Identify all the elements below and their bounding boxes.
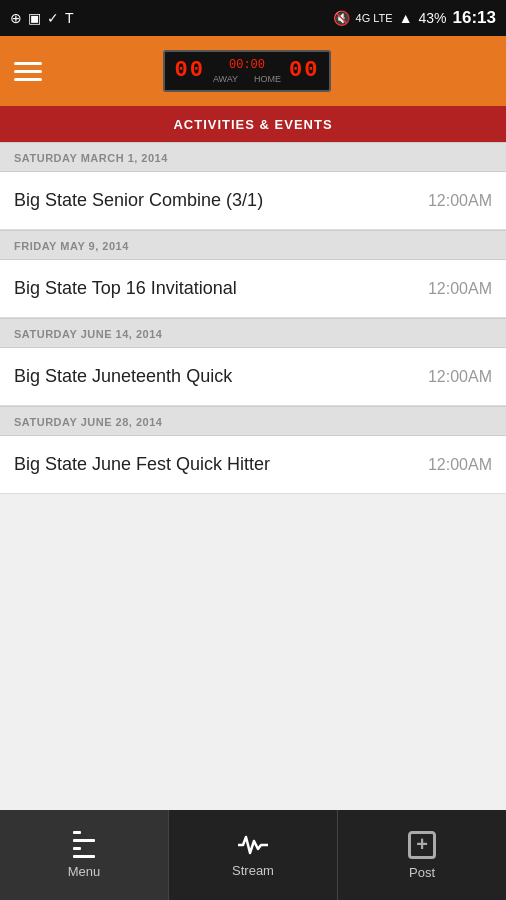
signal-bars: ▲ bbox=[399, 10, 413, 26]
event-name: Big State June Fest Quick Hitter bbox=[14, 454, 428, 475]
stream-pulse-icon bbox=[238, 833, 268, 857]
date-label: SATURDAY JUNE 14, 2014 bbox=[14, 328, 162, 340]
nav-item-menu[interactable]: Menu bbox=[0, 810, 169, 900]
event-time: 12:00AM bbox=[428, 280, 492, 298]
event-time: 12:00AM bbox=[428, 456, 492, 474]
scoreboard: 00 00:00 AWAY HOME 00 bbox=[163, 50, 332, 92]
nav-label-menu: Menu bbox=[68, 864, 101, 879]
date-label: SATURDAY JUNE 28, 2014 bbox=[14, 416, 162, 428]
event-row[interactable]: Big State Top 16 Invitational 12:00AM bbox=[0, 260, 506, 318]
network-icon: 4G LTE bbox=[356, 12, 393, 24]
event-row[interactable]: Big State Senior Combine (3/1) 12:00AM bbox=[0, 172, 506, 230]
events-list: SATURDAY MARCH 1, 2014 Big State Senior … bbox=[0, 142, 506, 494]
date-separator: SATURDAY JUNE 28, 2014 bbox=[0, 406, 506, 436]
nav-label-stream: Stream bbox=[232, 863, 274, 878]
post-plus-icon: + bbox=[408, 831, 436, 859]
nav-item-stream[interactable]: Stream bbox=[169, 810, 338, 900]
away-label: AWAY bbox=[213, 74, 238, 84]
nav-label-post: Post bbox=[409, 865, 435, 880]
section-title-text: ACTIVITIES & EVENTS bbox=[173, 117, 332, 132]
image-icon: ▣ bbox=[28, 10, 41, 26]
event-name: Big State Juneteenth Quick bbox=[14, 366, 428, 387]
t-mobile-icon: T bbox=[65, 10, 74, 26]
event-name: Big State Top 16 Invitational bbox=[14, 278, 428, 299]
event-name: Big State Senior Combine (3/1) bbox=[14, 190, 428, 211]
event-time: 12:00AM bbox=[428, 192, 492, 210]
notification-icon: ⊕ bbox=[10, 10, 22, 26]
date-separator: SATURDAY JUNE 14, 2014 bbox=[0, 318, 506, 348]
event-row[interactable]: Big State June Fest Quick Hitter 12:00AM bbox=[0, 436, 506, 494]
time-display: 16:13 bbox=[453, 8, 496, 28]
battery-percent: 43% bbox=[418, 10, 446, 26]
menu-button[interactable] bbox=[14, 62, 42, 81]
home-label: HOME bbox=[254, 74, 281, 84]
event-time: 12:00AM bbox=[428, 368, 492, 386]
check-icon: ✓ bbox=[47, 10, 59, 26]
nav-item-post[interactable]: + Post bbox=[338, 810, 506, 900]
menu-list-icon bbox=[73, 831, 95, 858]
status-bar: ⊕ ▣ ✓ T 🔇 4G LTE ▲ 43% 16:13 bbox=[0, 0, 506, 36]
event-row[interactable]: Big State Juneteenth Quick 12:00AM bbox=[0, 348, 506, 406]
bottom-navigation: Menu Stream + Post bbox=[0, 810, 506, 900]
clock-display: 00:00 bbox=[229, 58, 265, 72]
date-separator: SATURDAY MARCH 1, 2014 bbox=[0, 142, 506, 172]
date-label: SATURDAY MARCH 1, 2014 bbox=[14, 152, 168, 164]
date-separator: FRIDAY MAY 9, 2014 bbox=[0, 230, 506, 260]
date-label: FRIDAY MAY 9, 2014 bbox=[14, 240, 129, 252]
section-title-bar: ACTIVITIES & EVENTS bbox=[0, 106, 506, 142]
app-header: 00 00:00 AWAY HOME 00 bbox=[0, 36, 506, 106]
away-score: 00 bbox=[175, 60, 205, 82]
empty-area bbox=[0, 494, 506, 810]
home-score: 00 bbox=[289, 60, 319, 82]
mute-icon: 🔇 bbox=[333, 10, 350, 26]
